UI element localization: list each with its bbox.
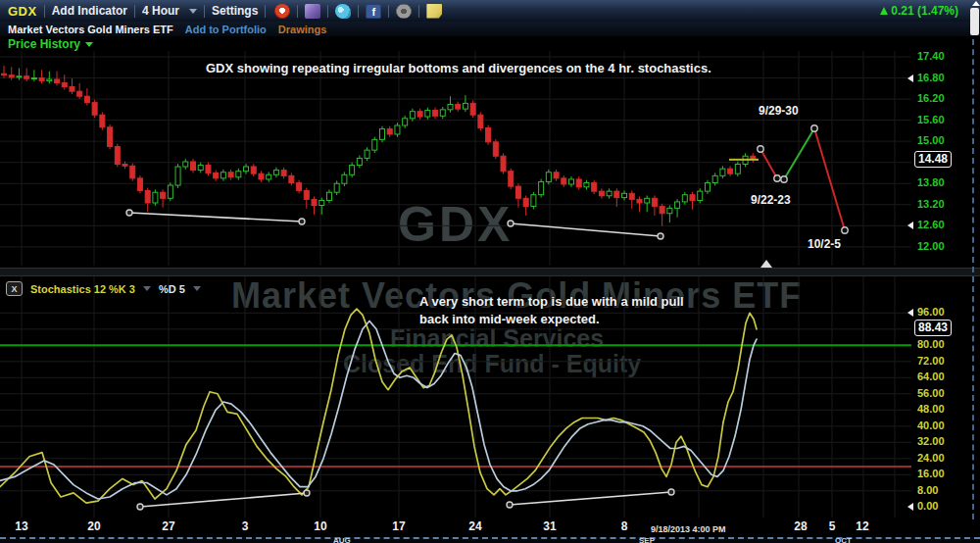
candle-body — [312, 199, 317, 205]
toolbar-separator — [388, 5, 389, 18]
candle-body — [319, 200, 324, 205]
candle-body — [108, 127, 113, 147]
symbol-ticker[interactable]: GDX — [8, 4, 37, 19]
candle-body — [244, 167, 249, 172]
chevron-down-icon[interactable] — [193, 286, 201, 291]
timeline-month-label: SEP — [639, 536, 655, 543]
vertical-scrollbar-track[interactable] — [972, 29, 974, 519]
candle-body — [675, 202, 680, 208]
stoch-axis-marker-icon — [907, 503, 913, 511]
panel-divider[interactable] — [0, 268, 980, 276]
stoch-axis-label: 0.00 — [917, 500, 938, 512]
candle-body — [614, 191, 619, 197]
candle-body — [622, 193, 627, 197]
chevron-down-icon[interactable] — [143, 286, 151, 291]
candle-body — [92, 103, 97, 116]
price-axis-label: 12.00 — [917, 240, 945, 252]
candle-body — [191, 162, 196, 171]
candle-body — [448, 104, 453, 109]
candle-body — [599, 191, 604, 196]
projection-label-mid: 9/22-23 — [751, 193, 791, 207]
stochastics-k-label[interactable]: Stochastics 12 %K 3 — [30, 283, 135, 295]
scroll-up-arrow-icon[interactable] — [972, 1, 980, 6]
candle-body — [281, 171, 286, 176]
snapshot-icon[interactable] — [396, 4, 412, 19]
vertical-scrollbar-thumb[interactable] — [970, 8, 979, 35]
chevron-down-icon — [85, 42, 93, 47]
candle-body — [228, 173, 233, 177]
price-annotation: GDX showing repeating irregular bottoms … — [206, 61, 711, 75]
candle-body — [47, 79, 52, 80]
toolbar-separator — [418, 5, 419, 18]
price-trendline-endpoint — [508, 221, 514, 226]
projection-point — [781, 176, 787, 182]
toolbar-separator — [44, 5, 45, 18]
crosshair-date-readout: 9/18/2013 4:00 PM — [651, 524, 726, 534]
x-axis-tick: 12 — [856, 519, 868, 533]
drawings-link[interactable]: Drawings — [278, 24, 327, 35]
projection-segment — [814, 128, 845, 230]
x-axis-tick: 28 — [794, 519, 807, 533]
toolbar-icons: f — [274, 4, 442, 19]
projection-point — [774, 175, 780, 181]
candle-body — [539, 181, 544, 194]
chevron-down-icon[interactable] — [189, 9, 197, 14]
candle-body — [607, 191, 612, 196]
library-icon[interactable] — [305, 4, 320, 19]
projection-point — [842, 227, 848, 233]
projection-point — [758, 146, 763, 152]
timeline-month-label: AUG — [333, 536, 351, 543]
stoch-annotation-line1: A very short term top is due with a mild… — [419, 294, 684, 309]
candle-body — [77, 91, 82, 96]
stoch-axis-marker-icon — [907, 309, 913, 317]
candle-body — [9, 75, 14, 77]
candle-body — [297, 183, 302, 191]
stoch-annotation-line2: back into mid-week expected. — [419, 312, 600, 326]
candle-body — [576, 179, 581, 187]
candle-body — [554, 173, 559, 178]
twitter-icon[interactable] — [335, 4, 351, 19]
candle-body — [531, 195, 536, 207]
candle-body — [334, 183, 339, 192]
candle-body — [130, 166, 135, 178]
candle-body — [380, 129, 385, 140]
projection-label-top: 9/29-30 — [759, 104, 799, 118]
toolbar-separator — [297, 5, 298, 18]
candle-body — [592, 183, 597, 192]
candle-body — [417, 112, 422, 117]
settings-button[interactable]: Settings — [212, 4, 258, 18]
stoch-trendline-endpoint — [304, 490, 310, 496]
charting-app: GDX Add Indicator 4 Hour Settings f 0.21… — [0, 0, 980, 543]
add-to-portfolio-link[interactable]: Add to Portfolio — [185, 24, 267, 35]
timeline-scrollbar[interactable] — [0, 537, 980, 543]
candle-body — [486, 128, 491, 142]
close-indicator-button[interactable]: X — [6, 281, 23, 296]
stochastics-d-label[interactable]: %D 5 — [159, 283, 185, 295]
stoch-trendline-endpoint — [507, 502, 513, 508]
add-indicator-button[interactable]: Add Indicator — [52, 4, 127, 18]
alert-icon[interactable] — [274, 4, 290, 19]
candle-body — [645, 198, 650, 203]
price-axis-label: 13.80 — [917, 176, 945, 188]
candle-body — [24, 76, 29, 79]
candle-body — [629, 193, 634, 199]
panel-resize-handle-icon[interactable] — [760, 260, 772, 268]
candle-body — [410, 112, 415, 119]
interval-dropdown[interactable]: 4 Hour — [142, 4, 179, 18]
note-icon[interactable] — [426, 4, 442, 19]
candle-body — [55, 79, 60, 83]
price-history-dropdown[interactable]: Price History — [8, 37, 93, 51]
facebook-icon[interactable]: f — [366, 4, 381, 19]
quote-change: 0.21 (1.47%) — [880, 4, 958, 18]
stoch-trendline-endpoint — [137, 504, 143, 510]
stoch-axis-label: 24.00 — [917, 452, 945, 464]
price-axis-label: 15.00 — [917, 134, 945, 146]
candle-body — [115, 147, 120, 165]
price-axis-label: 16.20 — [917, 92, 945, 104]
candle-body — [403, 119, 408, 125]
stoch-trendline — [510, 492, 671, 505]
candle-body — [440, 110, 445, 116]
candle-body — [705, 183, 710, 192]
candle-body — [478, 115, 483, 127]
price-axis-label: 13.20 — [917, 198, 945, 210]
